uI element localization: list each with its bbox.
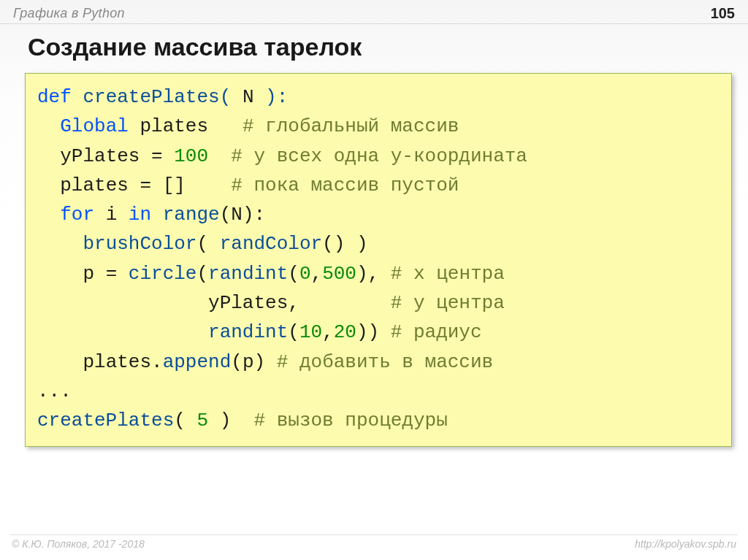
num: 500 bbox=[322, 263, 356, 285]
paren: )) bbox=[356, 321, 379, 343]
num: 100 bbox=[174, 145, 208, 167]
paren: ): bbox=[253, 86, 288, 108]
fn-randColor: randColor bbox=[220, 233, 322, 255]
var-plates: plates bbox=[140, 115, 208, 137]
empty-list: [] bbox=[163, 174, 186, 196]
var-i: i bbox=[106, 204, 118, 226]
paren: ( bbox=[288, 263, 299, 285]
slide-header: Графика в Python 105 bbox=[0, 0, 748, 23]
comment: # y центра bbox=[391, 292, 505, 314]
comment: # у всех одна y-координата bbox=[231, 145, 527, 167]
num: 10 bbox=[299, 321, 322, 343]
paren: () ) bbox=[322, 233, 367, 255]
comment: # добавить в массив bbox=[277, 351, 493, 373]
eq: = bbox=[140, 145, 174, 167]
slide-title: Создание массива тарелок bbox=[0, 24, 748, 73]
eq: = bbox=[129, 174, 163, 196]
paren: ) bbox=[254, 351, 266, 373]
comma: , bbox=[288, 292, 299, 314]
paren: ( bbox=[220, 204, 232, 226]
fn-randint: randint bbox=[208, 321, 288, 343]
footer-url: http://kpolyakov.spb.ru bbox=[635, 538, 736, 550]
keyword-def: def bbox=[37, 86, 72, 108]
var-yPlates: yPlates bbox=[208, 292, 288, 314]
fn-brushColor: brushColor bbox=[83, 233, 196, 255]
comment: # радиус bbox=[391, 321, 482, 343]
fn-range: range bbox=[163, 204, 220, 226]
keyword-global: Global bbox=[60, 115, 129, 137]
fn-createPlates: createPlates bbox=[83, 86, 219, 108]
paren: ): bbox=[243, 204, 265, 226]
paren: ( bbox=[196, 263, 208, 285]
num: 0 bbox=[299, 263, 311, 285]
code-block: def createPlates( N ): Global plates # г… bbox=[25, 73, 732, 447]
paren: ), bbox=[356, 263, 379, 285]
page-number: 105 bbox=[711, 5, 735, 22]
paren: ( bbox=[231, 351, 243, 373]
breadcrumb: Графика в Python bbox=[13, 6, 125, 21]
var-plates: plates bbox=[83, 351, 151, 373]
fn-createPlates: createPlates bbox=[37, 410, 174, 431]
comment: # x центра bbox=[391, 263, 505, 285]
comma: , bbox=[322, 321, 334, 343]
num: 5 bbox=[196, 410, 208, 431]
slide: Графика в Python 105 Создание массива та… bbox=[0, 0, 748, 560]
param-N: N bbox=[231, 204, 243, 226]
slide-footer: © К.Ю. Поляков, 2017 -2018 http://kpolya… bbox=[0, 538, 748, 550]
var-plates: plates bbox=[60, 174, 129, 196]
footer-divider bbox=[10, 534, 738, 535]
paren: ( bbox=[174, 410, 196, 431]
paren: ( bbox=[220, 86, 243, 108]
var-p: p bbox=[243, 351, 254, 373]
footer-copyright: © К.Ю. Поляков, 2017 -2018 bbox=[12, 538, 145, 550]
paren: ( bbox=[288, 321, 299, 343]
eq: = bbox=[94, 263, 129, 285]
paren: ( bbox=[196, 233, 219, 255]
ellipsis: ... bbox=[37, 380, 72, 402]
comment: # глобальный массив bbox=[243, 115, 459, 137]
num: 20 bbox=[334, 321, 356, 343]
comment: # пока массив пустой bbox=[231, 174, 459, 196]
var-p: p bbox=[83, 263, 94, 285]
var-yPlates: yPlates bbox=[60, 145, 140, 167]
comma: , bbox=[311, 263, 323, 285]
comment: # вызов процедуры bbox=[254, 410, 448, 431]
paren: ) bbox=[208, 410, 231, 431]
fn-randint: randint bbox=[208, 263, 288, 285]
keyword-in: in bbox=[129, 204, 151, 226]
keyword-for: for bbox=[60, 204, 94, 226]
fn-circle: circle bbox=[129, 263, 197, 285]
dot: . bbox=[151, 351, 163, 373]
fn-append: append bbox=[163, 351, 232, 373]
param-N: N bbox=[243, 86, 254, 108]
